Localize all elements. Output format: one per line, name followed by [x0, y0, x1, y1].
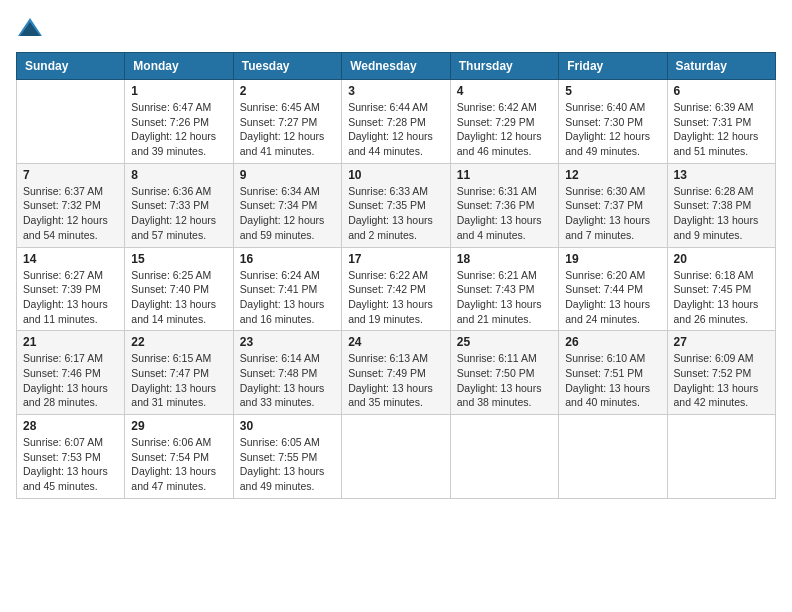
page-header — [16, 16, 776, 40]
calendar-cell — [450, 415, 558, 499]
calendar-cell: 7Sunrise: 6:37 AM Sunset: 7:32 PM Daylig… — [17, 163, 125, 247]
calendar-cell: 1Sunrise: 6:47 AM Sunset: 7:26 PM Daylig… — [125, 80, 233, 164]
day-info: Sunrise: 6:47 AM Sunset: 7:26 PM Dayligh… — [131, 100, 226, 159]
calendar-cell: 27Sunrise: 6:09 AM Sunset: 7:52 PM Dayli… — [667, 331, 775, 415]
day-info: Sunrise: 6:28 AM Sunset: 7:38 PM Dayligh… — [674, 184, 769, 243]
day-number: 8 — [131, 168, 226, 182]
calendar-cell: 6Sunrise: 6:39 AM Sunset: 7:31 PM Daylig… — [667, 80, 775, 164]
day-number: 21 — [23, 335, 118, 349]
day-number: 26 — [565, 335, 660, 349]
calendar-cell: 21Sunrise: 6:17 AM Sunset: 7:46 PM Dayli… — [17, 331, 125, 415]
calendar-cell — [559, 415, 667, 499]
day-number: 29 — [131, 419, 226, 433]
calendar-cell — [667, 415, 775, 499]
day-number: 18 — [457, 252, 552, 266]
day-info: Sunrise: 6:17 AM Sunset: 7:46 PM Dayligh… — [23, 351, 118, 410]
calendar-cell: 14Sunrise: 6:27 AM Sunset: 7:39 PM Dayli… — [17, 247, 125, 331]
calendar-cell: 2Sunrise: 6:45 AM Sunset: 7:27 PM Daylig… — [233, 80, 341, 164]
calendar-cell — [17, 80, 125, 164]
day-info: Sunrise: 6:22 AM Sunset: 7:42 PM Dayligh… — [348, 268, 444, 327]
day-number: 19 — [565, 252, 660, 266]
day-info: Sunrise: 6:21 AM Sunset: 7:43 PM Dayligh… — [457, 268, 552, 327]
day-number: 4 — [457, 84, 552, 98]
calendar-cell: 16Sunrise: 6:24 AM Sunset: 7:41 PM Dayli… — [233, 247, 341, 331]
day-info: Sunrise: 6:31 AM Sunset: 7:36 PM Dayligh… — [457, 184, 552, 243]
column-header-saturday: Saturday — [667, 53, 775, 80]
day-number: 20 — [674, 252, 769, 266]
calendar-cell: 13Sunrise: 6:28 AM Sunset: 7:38 PM Dayli… — [667, 163, 775, 247]
day-info: Sunrise: 6:20 AM Sunset: 7:44 PM Dayligh… — [565, 268, 660, 327]
calendar-cell: 17Sunrise: 6:22 AM Sunset: 7:42 PM Dayli… — [342, 247, 451, 331]
calendar-cell: 23Sunrise: 6:14 AM Sunset: 7:48 PM Dayli… — [233, 331, 341, 415]
calendar-cell: 24Sunrise: 6:13 AM Sunset: 7:49 PM Dayli… — [342, 331, 451, 415]
logo — [16, 16, 48, 40]
calendar-cell: 4Sunrise: 6:42 AM Sunset: 7:29 PM Daylig… — [450, 80, 558, 164]
logo-icon — [16, 16, 44, 40]
day-info: Sunrise: 6:25 AM Sunset: 7:40 PM Dayligh… — [131, 268, 226, 327]
day-info: Sunrise: 6:14 AM Sunset: 7:48 PM Dayligh… — [240, 351, 335, 410]
calendar-cell: 18Sunrise: 6:21 AM Sunset: 7:43 PM Dayli… — [450, 247, 558, 331]
day-info: Sunrise: 6:34 AM Sunset: 7:34 PM Dayligh… — [240, 184, 335, 243]
day-number: 14 — [23, 252, 118, 266]
column-header-tuesday: Tuesday — [233, 53, 341, 80]
day-number: 22 — [131, 335, 226, 349]
calendar-cell: 22Sunrise: 6:15 AM Sunset: 7:47 PM Dayli… — [125, 331, 233, 415]
day-info: Sunrise: 6:44 AM Sunset: 7:28 PM Dayligh… — [348, 100, 444, 159]
calendar-cell: 20Sunrise: 6:18 AM Sunset: 7:45 PM Dayli… — [667, 247, 775, 331]
day-number: 13 — [674, 168, 769, 182]
day-info: Sunrise: 6:27 AM Sunset: 7:39 PM Dayligh… — [23, 268, 118, 327]
day-number: 17 — [348, 252, 444, 266]
day-number: 23 — [240, 335, 335, 349]
calendar-table: SundayMondayTuesdayWednesdayThursdayFrid… — [16, 52, 776, 499]
day-info: Sunrise: 6:37 AM Sunset: 7:32 PM Dayligh… — [23, 184, 118, 243]
calendar-cell: 9Sunrise: 6:34 AM Sunset: 7:34 PM Daylig… — [233, 163, 341, 247]
day-info: Sunrise: 6:07 AM Sunset: 7:53 PM Dayligh… — [23, 435, 118, 494]
calendar-cell: 29Sunrise: 6:06 AM Sunset: 7:54 PM Dayli… — [125, 415, 233, 499]
calendar-cell: 19Sunrise: 6:20 AM Sunset: 7:44 PM Dayli… — [559, 247, 667, 331]
calendar-cell: 8Sunrise: 6:36 AM Sunset: 7:33 PM Daylig… — [125, 163, 233, 247]
day-info: Sunrise: 6:39 AM Sunset: 7:31 PM Dayligh… — [674, 100, 769, 159]
day-info: Sunrise: 6:30 AM Sunset: 7:37 PM Dayligh… — [565, 184, 660, 243]
day-number: 15 — [131, 252, 226, 266]
day-number: 24 — [348, 335, 444, 349]
day-number: 2 — [240, 84, 335, 98]
day-number: 1 — [131, 84, 226, 98]
day-number: 27 — [674, 335, 769, 349]
day-number: 5 — [565, 84, 660, 98]
calendar-week-row: 7Sunrise: 6:37 AM Sunset: 7:32 PM Daylig… — [17, 163, 776, 247]
day-info: Sunrise: 6:05 AM Sunset: 7:55 PM Dayligh… — [240, 435, 335, 494]
day-info: Sunrise: 6:15 AM Sunset: 7:47 PM Dayligh… — [131, 351, 226, 410]
day-number: 6 — [674, 84, 769, 98]
column-header-wednesday: Wednesday — [342, 53, 451, 80]
calendar-cell: 5Sunrise: 6:40 AM Sunset: 7:30 PM Daylig… — [559, 80, 667, 164]
day-number: 30 — [240, 419, 335, 433]
calendar-week-row: 1Sunrise: 6:47 AM Sunset: 7:26 PM Daylig… — [17, 80, 776, 164]
day-number: 16 — [240, 252, 335, 266]
day-info: Sunrise: 6:18 AM Sunset: 7:45 PM Dayligh… — [674, 268, 769, 327]
calendar-week-row: 14Sunrise: 6:27 AM Sunset: 7:39 PM Dayli… — [17, 247, 776, 331]
day-info: Sunrise: 6:33 AM Sunset: 7:35 PM Dayligh… — [348, 184, 444, 243]
calendar-cell — [342, 415, 451, 499]
day-info: Sunrise: 6:24 AM Sunset: 7:41 PM Dayligh… — [240, 268, 335, 327]
column-header-thursday: Thursday — [450, 53, 558, 80]
day-info: Sunrise: 6:06 AM Sunset: 7:54 PM Dayligh… — [131, 435, 226, 494]
day-info: Sunrise: 6:40 AM Sunset: 7:30 PM Dayligh… — [565, 100, 660, 159]
day-number: 25 — [457, 335, 552, 349]
day-info: Sunrise: 6:45 AM Sunset: 7:27 PM Dayligh… — [240, 100, 335, 159]
calendar-cell: 26Sunrise: 6:10 AM Sunset: 7:51 PM Dayli… — [559, 331, 667, 415]
calendar-week-row: 28Sunrise: 6:07 AM Sunset: 7:53 PM Dayli… — [17, 415, 776, 499]
calendar-header-row: SundayMondayTuesdayWednesdayThursdayFrid… — [17, 53, 776, 80]
day-info: Sunrise: 6:10 AM Sunset: 7:51 PM Dayligh… — [565, 351, 660, 410]
day-info: Sunrise: 6:11 AM Sunset: 7:50 PM Dayligh… — [457, 351, 552, 410]
day-number: 11 — [457, 168, 552, 182]
calendar-cell: 12Sunrise: 6:30 AM Sunset: 7:37 PM Dayli… — [559, 163, 667, 247]
calendar-cell: 11Sunrise: 6:31 AM Sunset: 7:36 PM Dayli… — [450, 163, 558, 247]
day-info: Sunrise: 6:36 AM Sunset: 7:33 PM Dayligh… — [131, 184, 226, 243]
day-number: 3 — [348, 84, 444, 98]
calendar-cell: 3Sunrise: 6:44 AM Sunset: 7:28 PM Daylig… — [342, 80, 451, 164]
day-number: 12 — [565, 168, 660, 182]
day-number: 28 — [23, 419, 118, 433]
calendar-cell: 10Sunrise: 6:33 AM Sunset: 7:35 PM Dayli… — [342, 163, 451, 247]
column-header-monday: Monday — [125, 53, 233, 80]
day-number: 9 — [240, 168, 335, 182]
